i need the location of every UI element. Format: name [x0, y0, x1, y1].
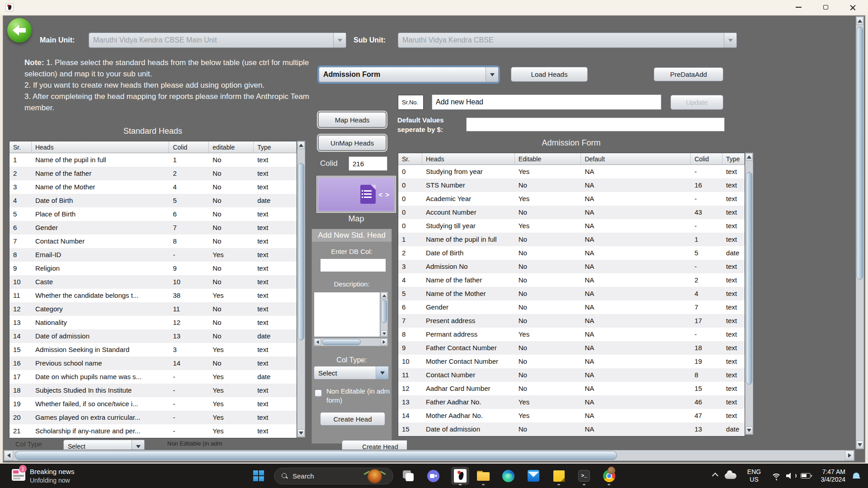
table-row-cell[interactable]: Contact Number [32, 235, 170, 248]
table-row-cell[interactable]: date [254, 329, 297, 343]
table-row-cell[interactable]: No [209, 153, 254, 167]
table-row-cell[interactable]: No [515, 233, 581, 246]
table-row-cell[interactable]: NA [581, 233, 691, 246]
app-hscrollbar[interactable] [4, 450, 854, 461]
scroll-down-icon[interactable] [745, 427, 753, 434]
table-row[interactable]: 5Place of Birth6Notext [9, 207, 297, 221]
table-row-cell[interactable]: date [254, 194, 297, 207]
table-row-cell[interactable]: text [254, 153, 297, 167]
table-row-cell[interactable]: 1 [169, 153, 209, 167]
table-row-cell[interactable]: 4 [691, 287, 722, 300]
table-row[interactable]: 6GenderNoNA7text [398, 300, 745, 314]
column-header-cell[interactable]: Heads [32, 141, 170, 153]
table-row-cell[interactable]: NA [581, 300, 691, 314]
table-row-cell[interactable]: No [209, 207, 254, 221]
table-row-cell[interactable]: Yes [209, 384, 254, 397]
description-vscrollbar[interactable] [380, 292, 388, 337]
table-row[interactable]: 11Whether the candidate belongs t...38Ye… [9, 289, 297, 302]
restore-button[interactable] [815, 0, 836, 14]
table-row-cell[interactable]: Date of Birth [422, 246, 515, 260]
table-row-cell[interactable]: Contact Number [422, 368, 515, 382]
table-row-cell[interactable]: Yes [515, 192, 581, 206]
table-row-cell[interactable]: Yes [515, 409, 581, 422]
table-row-cell[interactable]: No [209, 262, 254, 275]
table-row[interactable]: 2Name of the father2Notext [9, 167, 297, 180]
table-row-cell[interactable]: 0 [398, 192, 422, 206]
table-row[interactable]: 4Date of Birth5Nodate [9, 194, 297, 207]
table-row-cell[interactable]: - [169, 370, 209, 384]
table-row-cell[interactable]: Date of admission [422, 422, 515, 436]
table-row-cell[interactable]: 9 [9, 262, 32, 275]
clock[interactable]: 7:47 AM 3/4/2024 [814, 468, 845, 483]
table-row-cell[interactable]: 9 [398, 341, 422, 355]
table-row-cell[interactable]: No [209, 302, 254, 316]
table-row-cell[interactable]: Aadhar Card Number [422, 382, 515, 395]
table-row-cell[interactable]: 0 [398, 165, 422, 178]
table-row-cell[interactable]: 19 [9, 397, 32, 411]
sub-unit-select[interactable]: Maruthi Vidya Kendra CBSE [398, 33, 737, 48]
table-row-cell[interactable]: 8 [691, 368, 722, 382]
table-row-cell[interactable]: - [169, 411, 209, 424]
table-row-cell[interactable]: 3 [9, 180, 32, 194]
table-row-cell[interactable]: 7 [9, 235, 32, 248]
table-row-cell[interactable]: 5 [9, 207, 32, 221]
close-button[interactable] [842, 0, 863, 14]
table-row-cell[interactable]: text [254, 397, 297, 411]
table-row[interactable]: 17Date on which pupils name was s...-Yes… [9, 370, 297, 384]
table-row-cell[interactable]: text [722, 328, 745, 341]
table-row-cell[interactable]: text [254, 411, 297, 424]
table-row-cell[interactable]: NA [581, 246, 691, 260]
table-row-cell[interactable]: No [515, 314, 581, 328]
mail-button[interactable] [527, 469, 540, 482]
table-row-cell[interactable]: 47 [691, 409, 722, 422]
table-row-cell[interactable]: 12 [169, 316, 209, 329]
table-row-cell[interactable]: No [515, 246, 581, 260]
table-row-cell[interactable]: Gender [422, 300, 515, 314]
table-row-cell[interactable]: text [254, 289, 297, 302]
table-row-cell[interactable]: No [209, 180, 254, 194]
table-row-cell[interactable]: Name of the father [422, 273, 515, 287]
table-row-cell[interactable]: 8 [398, 328, 422, 341]
table-row-cell[interactable]: Scholarship if any-nature and per... [32, 424, 170, 438]
table-row-cell[interactable]: No [209, 357, 254, 370]
table-row-cell[interactable]: text [254, 302, 297, 316]
table-row-cell[interactable]: text [254, 343, 297, 357]
table-row-cell[interactable]: Name of the Mother [422, 287, 515, 300]
column-header-cell[interactable]: Type [722, 153, 745, 164]
table-row-cell[interactable]: Yes [515, 219, 581, 233]
table-row-cell[interactable]: 9 [169, 262, 209, 275]
table-row[interactable]: 0STS NumberNoNA16text [398, 178, 745, 192]
table-row-cell[interactable]: Admission Seeking in Standard [32, 343, 170, 357]
table-row-cell[interactable]: 3 [169, 343, 209, 357]
column-header-cell[interactable]: editable [209, 141, 254, 153]
table-row-cell[interactable]: 11 [9, 289, 32, 302]
notifications-button[interactable] [850, 469, 863, 482]
table-row-cell[interactable]: 4 [169, 180, 209, 194]
volume-button[interactable] [784, 469, 797, 482]
table-row-cell[interactable]: 10 [398, 355, 422, 368]
scroll-down-icon[interactable] [297, 429, 305, 437]
table-row-cell[interactable]: - [691, 219, 722, 233]
scroll-left-icon[interactable] [314, 338, 321, 346]
table-row-cell[interactable]: text [254, 221, 297, 235]
table-row-cell[interactable]: 10 [9, 275, 32, 289]
back-button[interactable] [7, 18, 32, 42]
table-row-cell[interactable]: Yes [209, 289, 254, 302]
table-row-cell[interactable]: NA [581, 273, 691, 287]
main-unit-select[interactable]: Maruthi Vidya Kendra CBSE Main Unit [89, 33, 346, 48]
table-row-cell[interactable]: 2 [691, 273, 722, 287]
table-row-cell[interactable]: 17 [9, 370, 32, 384]
table-row-cell[interactable]: 7 [169, 221, 209, 235]
table-row-cell[interactable]: 5 [169, 194, 209, 207]
table-row-cell[interactable]: 6 [9, 221, 32, 235]
table-row-cell[interactable]: NA [581, 341, 691, 355]
table-row-cell[interactable]: 6 [398, 300, 422, 314]
table-row[interactable]: 4Name of the fatherNoNA2text [398, 273, 745, 287]
table-row-cell[interactable]: - [691, 260, 722, 273]
table-row-cell[interactable]: 20 [9, 411, 32, 424]
table-row-cell[interactable]: 21 [9, 424, 32, 438]
table-row-cell[interactable]: 10 [169, 275, 209, 289]
table-row-cell[interactable]: 13 [169, 329, 209, 343]
app-vscrollbar[interactable] [856, 16, 864, 449]
table-row-cell[interactable]: Academic Year [422, 192, 515, 206]
